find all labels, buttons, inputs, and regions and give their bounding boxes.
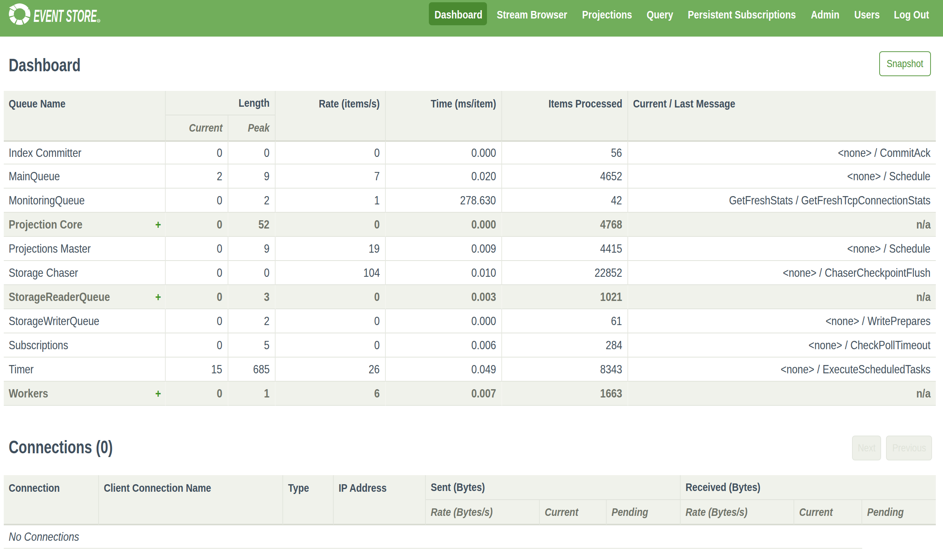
svg-text:R: R (98, 19, 100, 23)
svg-text:EVENT STORE: EVENT STORE (34, 6, 97, 26)
